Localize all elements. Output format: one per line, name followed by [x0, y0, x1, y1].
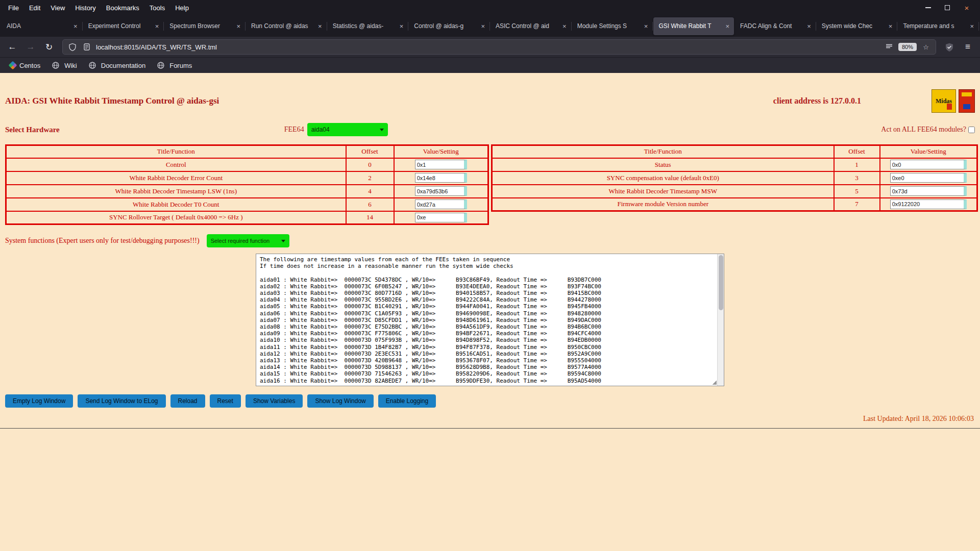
- log-window[interactable]: The following are timestamp values from …: [256, 254, 724, 386]
- value-input[interactable]: [415, 213, 467, 222]
- value-input[interactable]: [415, 199, 467, 209]
- reader-mode-icon[interactable]: [884, 42, 894, 52]
- app-menu-button[interactable]: ≡: [960, 39, 976, 55]
- tab-close-icon[interactable]: ×: [316, 22, 324, 31]
- reload-page-button[interactable]: Reload: [170, 394, 205, 408]
- menu-bookmarks[interactable]: Bookmarks: [101, 0, 144, 15]
- tab-close-icon[interactable]: ×: [398, 22, 406, 31]
- enable-logging-button[interactable]: Enable Logging: [378, 394, 436, 408]
- window-controls: ×: [924, 4, 977, 12]
- menu-history[interactable]: History: [70, 0, 101, 15]
- browser-tab[interactable]: Module Settings S×: [572, 17, 653, 35]
- tab-close-icon[interactable]: ×: [968, 22, 976, 31]
- browser-tab[interactable]: System wide Chec×: [817, 17, 897, 35]
- browser-tab[interactable]: Spectrum Browser×: [164, 17, 245, 35]
- tab-close-icon[interactable]: ×: [887, 22, 895, 31]
- bookmark-forums[interactable]: Forums: [151, 59, 197, 72]
- reset-button[interactable]: Reset: [210, 394, 241, 408]
- show-variables-button[interactable]: Show Variables: [246, 394, 303, 408]
- value-cell: [394, 198, 488, 211]
- log-scrollbar-thumb[interactable]: [719, 255, 723, 310]
- logo-group: Midas: [932, 89, 975, 113]
- system-functions-label: System functions (Expert users only for …: [5, 237, 200, 245]
- back-button[interactable]: ←: [4, 39, 20, 55]
- function-cell: Firmware module Version number: [492, 198, 834, 211]
- minimize-button[interactable]: [924, 4, 932, 12]
- site-info-icon[interactable]: [82, 42, 92, 52]
- browser-tab[interactable]: FADC Align & Cont×: [735, 17, 816, 35]
- resize-grip-icon[interactable]: [712, 380, 717, 385]
- act-all-group: Act on ALL FEE64 modules?: [881, 126, 975, 134]
- log-scrollbar[interactable]: [717, 254, 724, 386]
- function-cell: Control: [6, 158, 346, 171]
- reload-button[interactable]: ↻: [41, 39, 57, 55]
- browser-tab[interactable]: AIDA×: [2, 17, 82, 35]
- bookmarks-bar: Centos Wiki Documentation Forums: [0, 57, 980, 73]
- browser-tab[interactable]: Statistics @ aidas-×: [328, 17, 408, 35]
- value-input[interactable]: [890, 173, 967, 183]
- bookmark-documentation[interactable]: Documentation: [83, 59, 150, 72]
- browser-tab[interactable]: Experiment Control×: [83, 17, 164, 35]
- fee64-select[interactable]: aida04: [307, 123, 388, 136]
- tab-close-icon[interactable]: ×: [234, 22, 242, 31]
- browser-window: File Edit View History Bookmarks Tools H…: [0, 0, 980, 551]
- value-input[interactable]: [415, 173, 467, 183]
- globe-icon: [87, 60, 97, 70]
- tab-close-icon[interactable]: ×: [560, 22, 569, 31]
- select-hardware-label: Select Hardware: [5, 126, 60, 134]
- function-cell: Status: [492, 158, 834, 171]
- tracking-shield-icon[interactable]: [67, 42, 78, 52]
- bookmark-wiki[interactable]: Wiki: [46, 59, 82, 72]
- table-row: White Rabbit Decoder T0 Count 6: [6, 198, 488, 211]
- browser-tab[interactable]: Temperature and s×: [898, 17, 978, 35]
- value-input[interactable]: [890, 199, 967, 209]
- function-cell: White Rabbit Decoder T0 Count: [6, 198, 346, 211]
- send-log-to-elog-button[interactable]: Send Log Window to ELog: [78, 394, 165, 408]
- tab-close-icon[interactable]: ×: [479, 22, 487, 31]
- value-input[interactable]: [890, 186, 967, 196]
- tab-close-icon[interactable]: ×: [153, 22, 161, 31]
- value-input[interactable]: [890, 160, 967, 169]
- tab-close-icon[interactable]: ×: [723, 22, 731, 31]
- forward-button[interactable]: →: [22, 39, 39, 55]
- act-all-checkbox[interactable]: [968, 127, 975, 133]
- act-all-label: Act on ALL FEE64 modules?: [881, 126, 966, 134]
- tab-label: FADC Align & Cont: [740, 22, 805, 30]
- tab-strip: AIDA× Experiment Control× Spectrum Brows…: [0, 15, 980, 37]
- table-row: White Rabbit Decoder Error Count 2: [6, 171, 488, 185]
- browser-tab[interactable]: Control @ aidas-g×: [409, 17, 489, 35]
- show-log-window-button[interactable]: Show Log Window: [307, 394, 373, 408]
- browser-tab[interactable]: Run Control @ aidas×: [246, 17, 327, 35]
- bookmark-star-icon[interactable]: ☆: [921, 42, 931, 52]
- browser-tab-active[interactable]: GSI White Rabbit T×: [653, 17, 734, 35]
- table-row: Control 0: [6, 158, 488, 171]
- column-header-offset: Offset: [346, 145, 394, 158]
- table-header-row: Title/Function Offset Value/Setting: [492, 145, 977, 158]
- close-button[interactable]: ×: [963, 4, 971, 12]
- bookmark-centos[interactable]: Centos: [5, 60, 45, 71]
- table-row: White Rabbit Decoder Timestamp MSW 5: [492, 185, 977, 198]
- centos-icon: [9, 61, 17, 70]
- tab-close-icon[interactable]: ×: [71, 22, 80, 31]
- menu-view[interactable]: View: [45, 0, 70, 15]
- url-bar[interactable]: localhost:8015/AIDA/TS_WR/TS_WR.tml 80% …: [62, 39, 936, 55]
- browser-tab[interactable]: ASIC Control @ aid×: [491, 17, 571, 35]
- maximize-button[interactable]: [943, 4, 951, 12]
- value-input[interactable]: [415, 160, 467, 169]
- system-functions-row: System functions (Expert users only for …: [5, 234, 975, 247]
- url-text[interactable]: localhost:8015/AIDA/TS_WR/TS_WR.tml: [96, 43, 880, 51]
- menu-file[interactable]: File: [3, 0, 24, 15]
- menu-edit[interactable]: Edit: [24, 0, 45, 15]
- tab-close-icon[interactable]: ×: [642, 22, 650, 31]
- extension-icon[interactable]: [941, 39, 958, 55]
- tab-label: GSI White Rabbit T: [658, 22, 723, 30]
- empty-log-button[interactable]: Empty Log Window: [5, 394, 73, 408]
- bookmark-label: Centos: [19, 62, 40, 69]
- system-function-select[interactable]: Select required function: [207, 234, 289, 247]
- tab-close-icon[interactable]: ×: [805, 22, 813, 31]
- zoom-indicator[interactable]: 80%: [898, 43, 917, 51]
- page-header: AIDA: GSI White Rabbit Timestamp Control…: [5, 89, 975, 113]
- menu-tools[interactable]: Tools: [144, 0, 170, 15]
- value-input[interactable]: [415, 186, 467, 196]
- menu-help[interactable]: Help: [170, 0, 194, 15]
